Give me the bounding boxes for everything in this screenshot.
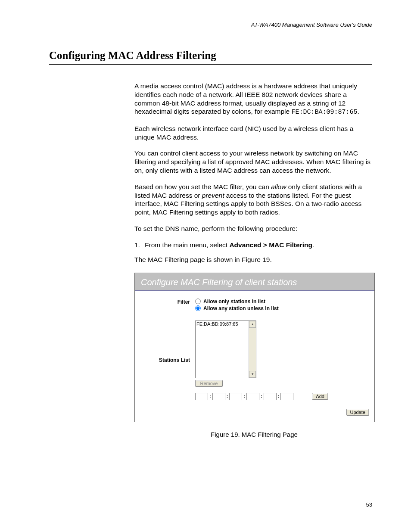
mac-octet-1[interactable] [195,393,208,400]
radio-allow-only[interactable]: Allow only stations in list [195,298,369,305]
mac-sep: : [278,394,280,399]
paragraph-5: To set the DNS name, perform the followi… [134,224,372,233]
page-number: 53 [366,501,372,508]
title-rule [49,64,372,65]
paragraph-4: Based on how you set the MAC filter, you… [134,183,372,217]
radio-allow-any[interactable]: Allow any station unless in list [195,305,369,312]
add-button[interactable]: Add [312,393,328,400]
paragraph-1: A media access control (MAC) address is … [134,82,372,117]
stations-listbox[interactable]: FE:DA:BD:09:87:65 ▴ ▾ [195,320,256,378]
scrollbar[interactable]: ▴ ▾ [249,321,256,378]
mac-sep: : [227,394,228,399]
radio-allow-any-input[interactable] [195,305,201,311]
mac-octet-6[interactable] [280,393,293,400]
mac-sep: : [261,394,262,399]
mac-octet-3[interactable] [229,393,242,400]
step-number: 1. [134,241,145,249]
scroll-down-icon[interactable]: ▾ [249,371,256,378]
scroll-thumb[interactable] [249,328,256,371]
filter-label: Filter [140,298,195,305]
mac-octet-4[interactable] [246,393,259,400]
mac-input-row: : : : : : Add [195,393,369,400]
radio-allow-any-label: Allow any station unless in list [203,305,279,312]
step-1-sub: The MAC Filtering page is shown in Figur… [134,255,372,264]
paragraph-3: You can control client access to your wi… [134,149,372,174]
scroll-up-icon[interactable]: ▴ [249,321,256,328]
radio-allow-only-input[interactable] [195,299,201,304]
mac-octet-2[interactable] [212,393,225,400]
header-guide-title: AT-WA7400 Management Software User's Gui… [49,22,372,28]
paragraph-2: Each wireless network interface card (NI… [134,124,372,142]
step-1: 1. From the main menu, select Advanced >… [134,241,372,249]
stations-list-label: Stations List [140,357,195,363]
remove-button[interactable]: Remove [195,380,223,387]
figure-screenshot: Configure MAC Filtering of client statio… [134,273,375,422]
figure-caption: Figure 19. MAC Filtering Page [134,431,374,438]
section-title: Configuring MAC Address Filtering [49,50,372,62]
figure-header: Configure MAC Filtering of client statio… [135,273,374,290]
update-button[interactable]: Update [346,409,369,416]
mac-sep: : [209,394,211,399]
mac-sep: : [243,394,245,399]
stations-list-item[interactable]: FE:DA:BD:09:87:65 [196,321,248,327]
mac-octet-5[interactable] [264,393,277,400]
mac-example: FE:DC:BA:09:87:65 [291,109,357,116]
radio-allow-only-label: Allow only stations in list [203,298,265,305]
